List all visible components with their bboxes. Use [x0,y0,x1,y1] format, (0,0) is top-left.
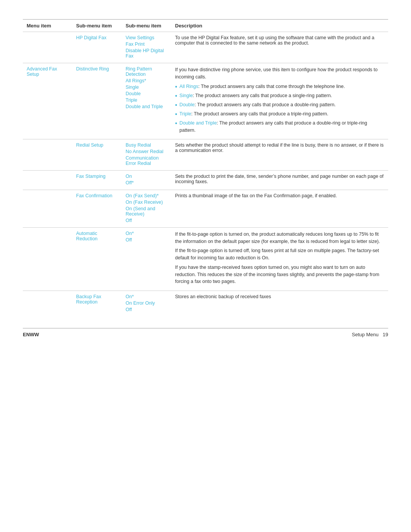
submenu1-label: HP Digital Fax [76,35,107,40]
submenu2-link[interactable]: On [126,174,167,179]
table-row: HP Digital FaxView SettingsFax PrintDisa… [23,32,388,63]
description-paragraph: If the fit-to-page option is turned off,… [175,247,384,262]
table-row: Redial SetupBusy RedialNo Answer RedialC… [23,139,388,170]
submenu2-link[interactable]: On* [126,294,167,299]
bullet-label: Single [180,93,193,98]
submenu2-link[interactable]: On (Send and Receive) [126,206,167,217]
bullet-text: Single: The product answers any calls th… [180,92,384,99]
table-row: Backup Fax ReceptionOn*On Error OnlyOffS… [23,291,388,317]
submenu1-cell: Fax Stamping [72,170,122,190]
description-bullet: •Double and Triple: The product answers … [175,120,384,134]
header-description: Description [171,19,388,32]
menu-item-cell [23,190,72,227]
description-intro: If you have distinctive ring phone servi… [175,66,384,81]
submenu1-label: Fax Stamping [76,174,105,179]
submenu1-cell: Distinctive Ring [72,63,122,139]
description-text: To use the HP Digital Fax feature, set i… [175,35,384,46]
description-text: Sets the product to print the date, time… [175,174,384,184]
submenu2-link[interactable]: Single [126,85,167,90]
submenu2-link[interactable]: Busy Redial [126,142,167,148]
bullet-text: All Rings: The product answers any calls… [180,83,384,90]
menu-item-cell [23,170,72,190]
submenu2-link[interactable]: No Answer Redial [126,149,167,154]
bullet-dot: • [175,101,177,109]
submenu1-label: Fax Confirmation [76,193,112,198]
submenu2-link[interactable]: Fax Print [126,42,167,47]
submenu2-cell: On (Fax Send)*On (Fax Receive)On (Send a… [122,190,171,227]
submenu1-label: Backup Fax Reception [76,294,101,305]
menu-item-cell [23,291,72,317]
description-text: Prints a thumbnail image of the fax on t… [175,193,384,198]
description-cell: Stores an electronic backup of received … [171,291,388,317]
submenu1-cell: Fax Confirmation [72,190,122,227]
submenu2-link[interactable]: On* [126,231,167,236]
submenu1-cell: Backup Fax Reception [72,291,122,317]
submenu1-label: Automatic Reduction [76,231,97,241]
submenu2-link[interactable]: On Error Only [126,300,167,306]
submenu2-link[interactable]: Disable HP Digital Fax [126,48,167,59]
description-cell: Prints a thumbnail image of the fax on t… [171,190,388,227]
submenu2-link[interactable]: Ring Pattern Detection [126,66,167,77]
description-bullet: •Triple: The product answers any calls t… [175,110,384,118]
bullet-label: Double and Triple [180,120,217,126]
bullet-text: Triple: The product answers any calls th… [180,110,384,118]
description-text: Sets whether the product should attempt … [175,142,384,153]
description-bullet: •All Rings: The product answers any call… [175,83,384,90]
page-footer: ENWW Setup Menu 19 [23,328,388,337]
description-bullet: •Double: The product answers any calls t… [175,101,384,109]
submenu1-cell: Redial Setup [72,139,122,170]
submenu2-link[interactable]: Off [126,307,167,312]
bullet-text: Double and Triple: The product answers a… [180,120,384,134]
menu-item-cell [23,32,72,63]
submenu1-cell: HP Digital Fax [72,32,122,63]
description-paragraph: If the fit-to-page option is turned on, … [175,231,384,245]
footer-enww: ENWW [23,332,39,337]
table-row: Advanced Fax SetupDistinctive RingRing P… [23,63,388,139]
submenu2-link[interactable]: Double and Triple [126,104,167,109]
submenu2-link[interactable]: On (Fax Send)* [126,193,167,198]
bullet-dot: • [175,92,177,99]
menu-item-label: Advanced Fax Setup [27,66,57,77]
bullet-label: All Rings [180,84,198,89]
submenu2-link[interactable]: All Rings* [126,78,167,83]
submenu2-link[interactable]: Off* [126,180,167,185]
description-cell: Sets the product to print the date, time… [171,170,388,190]
footer-setup-menu: Setup Menu 19 [352,332,388,337]
submenu2-cell: Ring Pattern DetectionAll Rings*SingleDo… [122,63,171,139]
submenu2-cell: View SettingsFax PrintDisable HP Digital… [122,32,171,63]
submenu2-cell: On*On Error OnlyOff [122,291,171,317]
submenu2-cell: On*Off [122,227,171,291]
submenu2-link[interactable]: View Settings [126,35,167,40]
submenu2-link[interactable]: Double [126,91,167,96]
submenu2-link[interactable]: Triple [126,97,167,103]
submenu1-cell: Automatic Reduction [72,227,122,291]
submenu1-label: Redial Setup [76,142,104,148]
submenu2-cell: OnOff* [122,170,171,190]
description-paragraph: If you have the stamp-received faxes opt… [175,264,384,285]
header-submenu1: Sub-menu item [72,19,122,32]
header-submenu2: Sub-menu item [122,19,171,32]
bullet-dot: • [175,120,177,127]
table-row: Fax ConfirmationOn (Fax Send)*On (Fax Re… [23,190,388,227]
description-bullet: •Single: The product answers any calls t… [175,92,384,99]
table-row: Fax StampingOnOff*Sets the product to pr… [23,170,388,190]
menu-item-cell [23,139,72,170]
bullet-label: Double [180,102,195,107]
table-row: Automatic ReductionOn*OffIf the fit-to-p… [23,227,388,291]
header-menu-item: Menu item [23,19,72,32]
submenu2-link[interactable]: On (Fax Receive) [126,200,167,205]
submenu2-link[interactable]: Off [126,237,167,243]
menu-item-cell: Advanced Fax Setup [23,63,72,139]
description-cell: Sets whether the product should attempt … [171,139,388,170]
submenu2-link[interactable]: Off [126,218,167,223]
bullet-text: Double: The product answers any calls th… [180,101,384,109]
description-cell: If the fit-to-page option is turned on, … [171,227,388,291]
submenu1-label: Distinctive Ring [76,66,109,72]
submenu2-link[interactable]: Communication Error Redial [126,155,167,166]
submenu2-cell: Busy RedialNo Answer RedialCommunication… [122,139,171,170]
bullet-dot: • [175,110,177,118]
description-text: Stores an electronic backup of received … [175,294,384,299]
description-cell: To use the HP Digital Fax feature, set i… [171,32,388,63]
bullet-label: Triple [180,111,191,117]
menu-item-cell [23,227,72,291]
